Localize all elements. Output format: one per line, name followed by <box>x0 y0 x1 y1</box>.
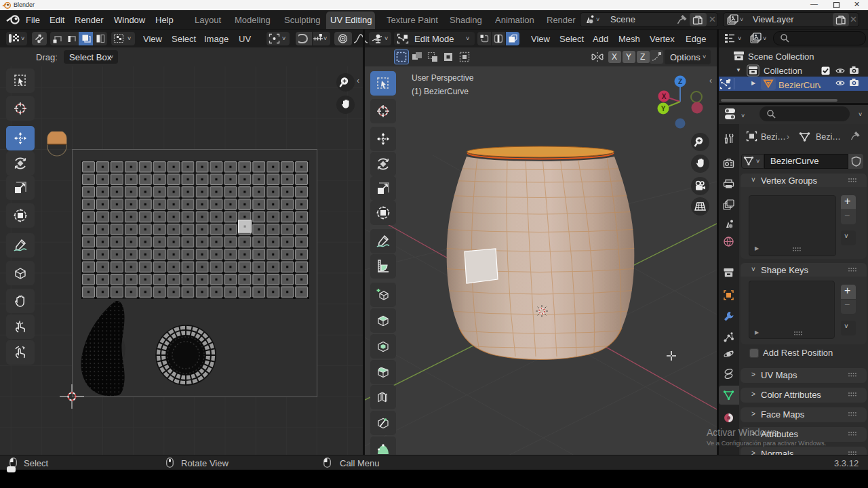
svg-text:X: X <box>662 93 667 100</box>
svg-text:Z: Z <box>678 78 682 85</box>
svg-text:Y: Y <box>661 105 666 113</box>
